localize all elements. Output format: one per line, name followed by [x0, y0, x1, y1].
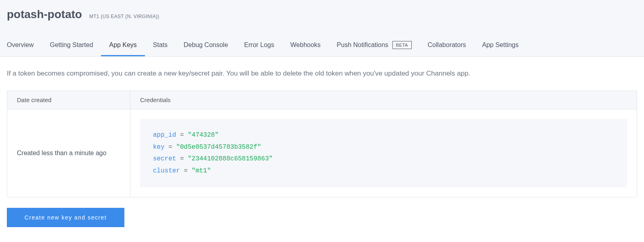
tabs: Overview Getting Started App Keys Stats … — [7, 36, 637, 56]
table-header-credentials: Credentials — [130, 91, 637, 109]
tab-webhooks[interactable]: Webhooks — [282, 36, 328, 56]
tab-label: Overview — [7, 41, 34, 49]
table-row: Created less than a minute ago app_id = … — [7, 109, 637, 197]
tab-overview[interactable]: Overview — [7, 36, 42, 56]
code-value: "474328" — [188, 131, 219, 139]
tab-push-notifications[interactable]: Push Notifications BETA — [329, 36, 420, 56]
tab-label: Error Logs — [244, 41, 275, 49]
code-key: app_id — [153, 131, 176, 139]
tab-label: Push Notifications — [337, 41, 388, 49]
code-eq: = — [176, 155, 188, 162]
tab-label: Webhooks — [290, 41, 320, 49]
code-key: key — [153, 144, 165, 151]
header-region: potash-potato MT1 (US EAST (N. VIRGINIA)… — [0, 0, 644, 57]
app-title: potash-potato — [7, 8, 82, 21]
table-header: Date created Credentials — [7, 91, 637, 109]
table-cell-credentials: app_id = "474328" key = "0d5e0537d45783b… — [130, 109, 637, 197]
code-value: "mt1" — [192, 167, 211, 174]
code-key: cluster — [153, 167, 180, 174]
title-row: potash-potato MT1 (US EAST (N. VIRGINIA)… — [7, 8, 637, 21]
content: If a token becomes compromised, you can … — [0, 57, 644, 240]
tab-app-keys[interactable]: App Keys — [101, 36, 144, 56]
tab-getting-started[interactable]: Getting Started — [42, 36, 101, 56]
beta-badge: BETA — [392, 41, 412, 49]
code-eq: = — [176, 131, 188, 139]
table-cell-date: Created less than a minute ago — [7, 109, 130, 197]
credentials-code-block: app_id = "474328" key = "0d5e0537d45783b… — [140, 119, 627, 187]
tab-label: Getting Started — [50, 41, 93, 49]
tab-label: Debug Console — [184, 41, 228, 49]
code-value: "0d5e0537d45783b3582f" — [176, 144, 261, 151]
keys-table: Date created Credentials Created less th… — [7, 90, 637, 197]
tab-collaborators[interactable]: Collaborators — [420, 36, 474, 56]
code-key: secret — [153, 155, 176, 162]
create-key-button[interactable]: Create new key and secret — [7, 208, 124, 227]
code-line-cluster: cluster = "mt1" — [153, 165, 614, 177]
tab-label: Stats — [153, 41, 167, 49]
tab-stats[interactable]: Stats — [145, 36, 175, 56]
code-eq: = — [165, 144, 176, 151]
tab-error-logs[interactable]: Error Logs — [236, 36, 283, 56]
tab-label: App Settings — [482, 41, 519, 49]
code-line-key: key = "0d5e0537d45783b3582f" — [153, 142, 614, 154]
info-text: If a token becomes compromised, you can … — [7, 70, 637, 78]
code-eq: = — [180, 167, 192, 174]
code-line-secret: secret = "2344102888c658159863" — [153, 153, 614, 165]
tab-app-settings[interactable]: App Settings — [474, 36, 527, 56]
tab-label: Collaborators — [428, 41, 466, 49]
code-line-app-id: app_id = "474328" — [153, 129, 614, 142]
table-header-date: Date created — [7, 91, 130, 109]
app-region-label: MT1 (US EAST (N. VIRGINIA)) — [89, 14, 159, 19]
code-value: "2344102888c658159863" — [188, 155, 272, 162]
tab-debug-console[interactable]: Debug Console — [175, 36, 236, 56]
tab-label: App Keys — [109, 41, 136, 49]
